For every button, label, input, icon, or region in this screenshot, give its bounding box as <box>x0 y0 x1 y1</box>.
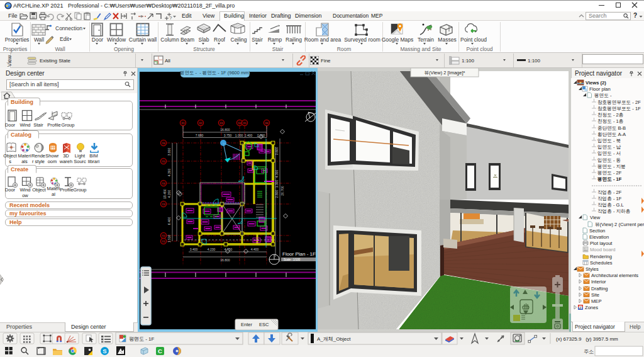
svg-text:입면도 - 동: 입면도 - 동 <box>597 157 621 163</box>
svg-text:18.450: 18.450 <box>163 189 167 199</box>
svg-text:평면도 - 지붕: 평면도 - 지붕 <box>597 164 626 169</box>
svg-text:뷰(View) 2 [Image]*: 뷰(View) 2 [Image]* <box>425 70 465 76</box>
svg-text:Drafting: Drafting <box>591 286 608 292</box>
svg-text:Styles: Styles <box>586 266 599 272</box>
svg-text:평면도 - 1F: 평면도 - 1F <box>597 176 622 182</box>
svg-text:1.510: 1.510 <box>167 235 171 243</box>
svg-text:종단면도 B-B: 종단면도 B-B <box>597 125 626 131</box>
svg-text:1.300: 1.300 <box>275 180 279 188</box>
svg-text:Zones: Zones <box>585 305 598 310</box>
svg-text:16.800: 16.800 <box>220 258 230 262</box>
svg-text:Mood board: Mood board <box>590 247 616 252</box>
svg-text:2.000: 2.000 <box>257 133 265 137</box>
svg-text:1.000: 1.000 <box>235 133 243 137</box>
svg-text:4.230: 4.230 <box>208 247 216 251</box>
svg-text:Floor Plan - 1F: Floor Plan - 1F <box>282 251 316 257</box>
svg-text:(x) 67325.9 (y) 3957.5 mm: (x) 67325.9 (y) 3957.5 mm <box>556 336 618 342</box>
svg-text:Plot layout: Plot layout <box>590 241 613 246</box>
svg-text:2.400: 2.400 <box>245 133 253 137</box>
svg-text:View: View <box>590 215 601 220</box>
svg-text:뷰(View) 2 (Current perspec: 뷰(View) 2 (Current perspec <box>595 222 644 227</box>
svg-text:Z: Z <box>579 306 582 310</box>
svg-text:천정도 - 1층: 천정도 - 1층 <box>597 118 624 124</box>
svg-text:Enter: Enter <box>241 322 252 327</box>
svg-text:Schedules: Schedules <box>590 260 613 266</box>
svg-text:입면도 - 남: 입면도 - 남 <box>597 144 621 150</box>
svg-text:X4: X4 <box>238 122 242 125</box>
svg-text:ESC: ESC <box>259 322 269 327</box>
svg-text:A_개체_Object: A_개체_Object <box>317 336 351 342</box>
svg-text:3.400: 3.400 <box>190 247 198 251</box>
svg-text:S: S <box>103 348 106 354</box>
svg-text:작업층 - 2F: 작업층 - 2F <box>597 190 622 195</box>
svg-text:Y3: Y3 <box>162 203 166 206</box>
svg-text:Y1: Y1 <box>162 240 166 243</box>
svg-text:창호평면부포도 - 1F: 창호평면부포도 - 1F <box>597 106 641 111</box>
svg-text:입면도 - 북: 입면도 - 북 <box>597 138 621 144</box>
svg-text:작업층 - G.L: 작업층 - G.L <box>597 202 624 208</box>
svg-text:20.700: 20.700 <box>280 186 284 196</box>
svg-text:Floor plan: Floor plan <box>589 86 611 92</box>
svg-text:4.200: 4.200 <box>167 190 171 198</box>
svg-text:X5: X5 <box>243 122 247 125</box>
svg-text:3.600: 3.600 <box>275 147 279 156</box>
svg-text:3.800: 3.800 <box>167 148 171 156</box>
svg-text:3.750: 3.750 <box>224 133 232 137</box>
svg-text:Y4: Y4 <box>162 182 166 185</box>
svg-text:4.300: 4.300 <box>275 170 279 178</box>
svg-text:창호평면부포도 - 2F: 창호평면부포도 - 2F <box>597 99 641 105</box>
svg-text:Site: Site <box>591 292 599 298</box>
svg-text:?: ? <box>169 15 172 21</box>
svg-text:2.800: 2.800 <box>275 190 279 198</box>
svg-text:입면도 - 서: 입면도 - 서 <box>597 150 621 156</box>
svg-text:4.750: 4.750 <box>225 247 233 251</box>
svg-text:X6: X6 <box>265 122 269 125</box>
svg-text:X1: X1 <box>182 122 186 125</box>
svg-text:Architectural elements: Architectural elements <box>591 273 638 278</box>
svg-text:X3: X3 <box>220 122 224 125</box>
svg-text:X2: X2 <box>199 122 203 125</box>
svg-text:Elevation: Elevation <box>589 234 609 240</box>
svg-text:Y5: Y5 <box>162 160 166 163</box>
svg-text:평면도 -: 평면도 - <box>594 93 612 98</box>
svg-text:작업층 - 지하층: 작업층 - 지하층 <box>597 208 631 214</box>
svg-text:주소: 주소 <box>584 349 594 354</box>
svg-text:4.400: 4.400 <box>251 247 259 251</box>
svg-text:Y2: Y2 <box>162 234 166 237</box>
svg-text:Y6: Y6 <box>162 142 166 145</box>
svg-text:Interior: Interior <box>591 279 606 285</box>
svg-text:MEP: MEP <box>591 298 601 304</box>
svg-text:천정도 - 2층: 천정도 - 2층 <box>597 112 624 118</box>
svg-text:평면도 - 2F: 평면도 - 2F <box>597 170 622 176</box>
svg-text:Views (2): Views (2) <box>586 80 606 86</box>
svg-text:C: C <box>158 348 162 354</box>
svg-text:16.800: 16.800 <box>220 128 230 132</box>
svg-text:횡단면도 A-A: 횡단면도 A-A <box>597 132 626 137</box>
svg-text:평면도 - - 평면도 - 1F (9600 mm): 평면도 - - 평면도 - 1F (9600 mm) <box>180 70 251 76</box>
svg-text:작업층 - 1F: 작업층 - 1F <box>597 196 622 201</box>
svg-text:4.300: 4.300 <box>167 169 171 177</box>
svg-text:Section: Section <box>589 228 605 234</box>
svg-text:Rendering: Rendering <box>590 254 612 259</box>
svg-text:Scale : 1/100: Scale : 1/100 <box>284 258 301 261</box>
svg-text:6.400: 6.400 <box>167 217 171 225</box>
svg-text:평면도 - 1F: 평면도 - 1F <box>129 336 155 342</box>
svg-text:7.680: 7.680 <box>196 133 204 137</box>
